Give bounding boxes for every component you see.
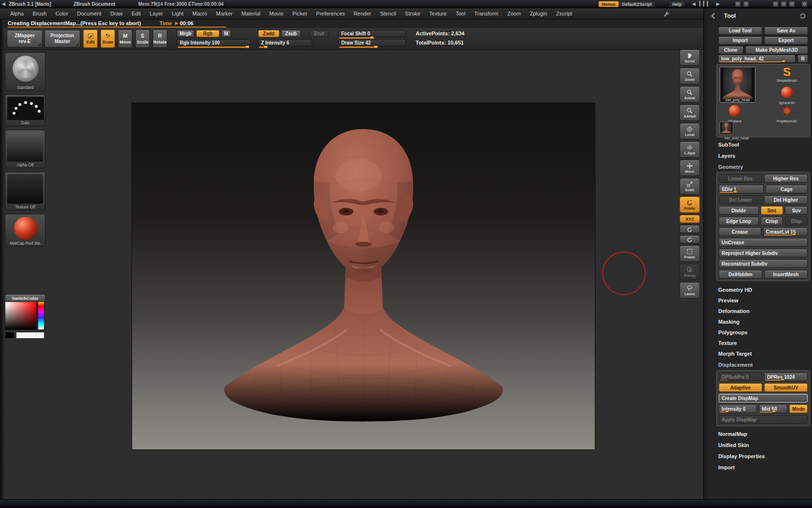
scroll-button[interactable]: Scroll — [680, 49, 700, 66]
menu-zscript[interactable]: Zscript — [556, 11, 572, 16]
smt-button[interactable]: Smt — [761, 206, 783, 215]
suv-button[interactable]: Suv — [785, 206, 808, 215]
zoom-bars-icon[interactable]: ▎▎▎ — [699, 1, 711, 7]
edit-mode-button[interactable]: Edit — [83, 30, 98, 48]
rotate-mode-button[interactable]: R Rotate — [153, 30, 167, 48]
reproject-higher-subdiv-button[interactable]: Reproject Higher Subdiv — [719, 249, 808, 257]
frame-button[interactable]: Frame — [680, 245, 700, 262]
smoothuv-button[interactable]: SmoothUV — [764, 383, 808, 392]
rgb-intensity-slider[interactable]: Rgb Intensity 100 — [177, 39, 250, 46]
dispmap-mid-slider[interactable]: Mid 50 — [759, 404, 787, 413]
save-as-button[interactable]: Save As — [764, 27, 808, 35]
menu-preferences[interactable]: Preferences — [316, 11, 345, 16]
menu-macro[interactable]: Macro — [192, 11, 207, 16]
crisp-button[interactable]: Crisp — [761, 217, 783, 225]
menu-movie[interactable]: Movie — [269, 11, 283, 16]
delhidden-button[interactable]: DelHidden — [719, 270, 762, 279]
section-import[interactable]: Import — [718, 464, 808, 470]
scroll-left-icon[interactable]: ◀ — [692, 1, 696, 7]
reconstruct-subdiv-button[interactable]: Reconstruct Subdiv — [719, 259, 808, 268]
rotate-nav-button[interactable]: Rotate — [680, 196, 700, 213]
current-stroke-thumbnail[interactable]: Dots — [5, 94, 45, 126]
menus-button[interactable]: Menus — [598, 1, 619, 7]
draw-size-slider[interactable]: Draw Size 42 — [338, 39, 406, 46]
projection-master-button[interactable]: Projection Master — [44, 30, 80, 47]
z-intensity-slider[interactable]: Z Intensity 6 — [258, 39, 312, 46]
menu-marker[interactable]: Marker — [216, 11, 232, 16]
draw-mode-button[interactable]: Draw — [101, 30, 115, 48]
divide-button[interactable]: Divide — [719, 206, 759, 215]
memory-icon[interactable] — [801, 1, 808, 7]
menu-texture[interactable]: Texture — [429, 11, 447, 16]
current-material-thumbnail[interactable]: MatCap Red Wa — [5, 214, 45, 247]
snapshot-icon[interactable] — [789, 1, 795, 7]
zoom-button[interactable]: Zoom — [680, 68, 700, 84]
menu-edit[interactable]: Edit — [131, 11, 141, 16]
black-swatch[interactable] — [5, 332, 14, 339]
aahalf-button[interactable]: AAHalf — [680, 105, 700, 121]
white-swatch[interactable] — [16, 332, 44, 339]
spin-canvas-alt-button[interactable] — [680, 235, 700, 243]
current-texture-thumbnail[interactable]: Texture Off — [5, 172, 45, 210]
section-masking[interactable]: Masking — [718, 319, 808, 325]
scroll-right-icon[interactable]: ▶ — [716, 1, 720, 7]
dpsubpix-slider[interactable]: DPSubPix 0 — [719, 373, 762, 381]
menu-stroke[interactable]: Stroke — [405, 11, 420, 16]
menu-document[interactable]: Document — [77, 11, 102, 16]
section-normalmap[interactable]: NormalMap — [718, 431, 808, 437]
current-brush-thumbnail[interactable]: Standard — [5, 52, 45, 91]
lasso-button[interactable]: Lasso — [680, 282, 700, 299]
menu-layer[interactable]: Layer — [150, 11, 163, 16]
edge-loop-button[interactable]: Edge Loop — [719, 217, 759, 225]
section-layers[interactable]: Layers — [718, 153, 808, 159]
menu-zoom[interactable]: Zoom — [507, 11, 521, 16]
menu-zplugin[interactable]: Zplugin — [530, 11, 547, 16]
rename-button[interactable]: R — [798, 55, 808, 63]
apply-dispmap-button[interactable]: Apply DispMap — [719, 415, 808, 424]
disp-button[interactable]: Disp — [785, 217, 808, 225]
focal-shift-slider[interactable]: Focal Shift 0 — [338, 30, 406, 37]
make-polymesh3d-button[interactable]: Make PolyMesh3D — [745, 46, 808, 54]
adaptive-button[interactable]: Adaptive — [719, 383, 762, 392]
section-morph-target[interactable]: Morph Target — [718, 351, 808, 357]
del-higher-button[interactable]: Del Higher — [764, 195, 808, 204]
section-geometry[interactable]: Geometry — [718, 164, 808, 170]
document-canvas[interactable] — [131, 103, 595, 450]
del-lower-button[interactable]: Del Lower — [719, 195, 762, 204]
menu-material[interactable]: Material — [242, 11, 261, 16]
menu-draw[interactable]: Draw — [110, 11, 123, 16]
collapse-left-icon[interactable]: ◀ — [2, 1, 5, 7]
insertmesh-button[interactable]: InsertMesh — [764, 270, 808, 279]
move-nav-button[interactable]: Move — [680, 160, 700, 176]
current-alpha-thumbnail[interactable]: Alpha Off — [5, 130, 45, 168]
lower-res-button[interactable]: Lower Res — [719, 174, 762, 183]
higher-res-button[interactable]: Higher Res — [764, 174, 808, 183]
menu-picker[interactable]: Picker — [292, 11, 307, 16]
menu-transform[interactable]: Transform — [474, 11, 498, 16]
tool-name-slider[interactable]: low_poly_head. 42 — [718, 55, 796, 63]
spin-canvas-button[interactable] — [680, 225, 700, 233]
palette-icon[interactable] — [781, 1, 787, 7]
zcut-button[interactable]: Zcut — [309, 30, 329, 37]
help-button[interactable]: Help — [669, 1, 685, 7]
clone-button[interactable]: Clone — [718, 46, 743, 54]
sdiv-slider[interactable]: SDiv 1 — [719, 185, 764, 194]
section-displacement[interactable]: Displacement — [718, 362, 808, 368]
import-button[interactable]: Import — [718, 36, 762, 45]
switch-color-button[interactable]: SwitchColor — [5, 294, 45, 302]
menu-light[interactable]: Light — [172, 11, 184, 16]
section-unified-skin[interactable]: Unified Skin — [718, 442, 808, 448]
transp-button[interactable]: Transp — [680, 264, 700, 280]
xyz-button[interactable]: XYZ — [680, 215, 700, 223]
dpres-slider[interactable]: DPRes 1024 — [764, 373, 808, 381]
mrgb-button[interactable]: Mrgb — [177, 30, 194, 37]
dispmap-intensity-slider[interactable]: Intensity 0 — [719, 404, 757, 413]
export-button[interactable]: Export — [764, 36, 808, 45]
section-geometry-hd[interactable]: Geometry HD — [718, 287, 808, 293]
lsym-button[interactable]: L.Sym — [680, 141, 700, 158]
wrench-icon[interactable] — [663, 11, 670, 17]
tool-item-zsphere[interactable]: ZSphere — [718, 105, 752, 123]
grid-icon[interactable] — [743, 1, 749, 7]
create-dispmap-button[interactable]: Create DispMap — [719, 394, 808, 403]
uncrease-button[interactable]: UnCrease — [719, 238, 808, 247]
